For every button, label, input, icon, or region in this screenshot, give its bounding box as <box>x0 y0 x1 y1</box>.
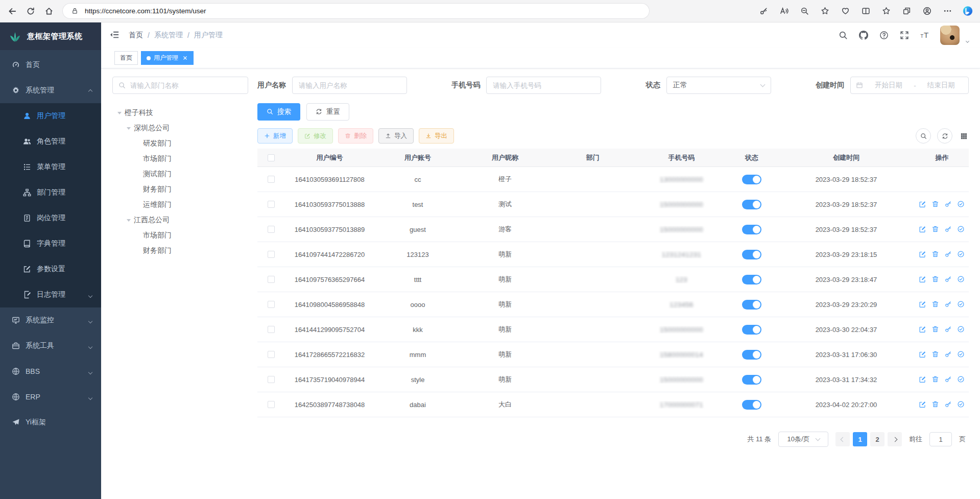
font-size-icon[interactable]: TT <box>920 31 929 40</box>
sidebar-item[interactable]: 菜单管理 <box>0 154 101 180</box>
page-number-button[interactable]: 2 <box>870 432 885 446</box>
assign-role-icon[interactable] <box>957 350 965 359</box>
column-settings-button[interactable] <box>959 131 969 141</box>
row-checkbox[interactable] <box>257 301 285 308</box>
browser-profile-icon[interactable] <box>922 6 932 16</box>
help-icon[interactable] <box>879 31 889 40</box>
tab[interactable]: 首页 <box>114 51 138 65</box>
sidebar-item[interactable]: BBS <box>0 359 101 384</box>
reset-password-icon[interactable] <box>944 350 952 359</box>
chevron-down-icon[interactable] <box>966 36 969 44</box>
sidebar-item[interactable]: 系统管理 <box>0 78 101 103</box>
sidebar-item[interactable]: 首页 <box>0 52 101 78</box>
sidebar-item[interactable]: 字典管理 <box>0 231 101 256</box>
sidebar-item[interactable]: ERP <box>0 384 101 410</box>
password-icon[interactable] <box>758 6 769 16</box>
edit-icon[interactable] <box>919 375 927 384</box>
edit-icon[interactable] <box>919 250 927 258</box>
row-checkbox[interactable] <box>257 376 285 383</box>
back-icon[interactable] <box>7 6 17 16</box>
zoom-icon[interactable] <box>799 6 809 16</box>
delete-icon[interactable] <box>931 325 940 334</box>
status-toggle[interactable] <box>742 175 761 184</box>
status-toggle[interactable] <box>742 300 761 310</box>
row-checkbox[interactable] <box>257 251 285 258</box>
reset-password-icon[interactable] <box>944 275 952 283</box>
row-checkbox[interactable] <box>257 326 285 333</box>
reset-password-icon[interactable] <box>944 325 952 334</box>
address-bar[interactable]: https://ccnetcore.com:1101/system/user <box>62 3 650 19</box>
status-toggle[interactable] <box>742 325 761 335</box>
delete-icon[interactable] <box>931 250 940 258</box>
assign-role-icon[interactable] <box>957 275 965 283</box>
status-toggle[interactable] <box>742 400 761 410</box>
toggle-search-button[interactable] <box>916 128 931 144</box>
collections-icon[interactable] <box>901 6 912 16</box>
delete-icon[interactable] <box>931 300 940 308</box>
more-icon[interactable] <box>942 6 952 16</box>
sidebar-item[interactable]: 用户管理 <box>0 103 101 129</box>
reset-password-icon[interactable] <box>944 225 952 233</box>
delete-icon[interactable] <box>931 400 940 409</box>
tab[interactable]: 用户管理 <box>141 51 194 65</box>
search-icon[interactable] <box>838 31 848 40</box>
assign-role-icon[interactable] <box>957 375 965 384</box>
refresh-icon[interactable] <box>26 6 36 16</box>
row-checkbox[interactable] <box>257 226 285 233</box>
page-number-button[interactable]: 1 <box>853 432 867 446</box>
status-toggle[interactable] <box>742 250 761 259</box>
caret-down-icon[interactable] <box>125 219 133 222</box>
row-checkbox[interactable] <box>257 351 285 358</box>
sidebar-collapse-icon[interactable] <box>109 30 121 41</box>
sidebar-item[interactable]: 部门管理 <box>0 180 101 205</box>
fullscreen-icon[interactable] <box>899 31 909 40</box>
home-icon[interactable] <box>44 6 54 16</box>
avatar[interactable] <box>940 26 960 45</box>
row-checkbox[interactable] <box>257 176 285 183</box>
reset-button[interactable]: 重置 <box>306 103 349 121</box>
caret-down-icon[interactable] <box>125 127 133 130</box>
edit-icon[interactable] <box>919 300 927 308</box>
delete-icon[interactable] <box>931 225 940 233</box>
tree-node[interactable]: 市场部门 <box>112 151 248 167</box>
delete-icon[interactable] <box>931 200 940 208</box>
refresh-table-button[interactable] <box>937 128 952 144</box>
status-select[interactable]: 正常 <box>666 77 771 94</box>
page-size-select[interactable]: 10条/页 <box>778 432 828 447</box>
github-icon[interactable] <box>858 31 868 40</box>
department-search-input[interactable] <box>130 82 242 89</box>
lock-icon[interactable] <box>69 6 80 16</box>
status-toggle[interactable] <box>742 375 761 385</box>
assign-role-icon[interactable] <box>957 325 965 334</box>
row-checkbox[interactable] <box>257 276 285 283</box>
edit-icon[interactable] <box>919 200 927 208</box>
tree-node[interactable]: 运维部门 <box>112 197 248 212</box>
tree-node[interactable]: 市场部门 <box>112 228 248 243</box>
next-page-button[interactable] <box>888 432 902 446</box>
browser-essentials-icon[interactable] <box>840 6 850 16</box>
status-toggle[interactable] <box>742 275 761 284</box>
reset-password-icon[interactable] <box>944 375 952 384</box>
sidebar-item[interactable]: 系统监控 <box>0 307 101 333</box>
goto-page-input[interactable] <box>929 432 952 446</box>
edit-icon[interactable] <box>919 275 927 283</box>
sidebar-item[interactable]: 角色管理 <box>0 129 101 154</box>
status-toggle[interactable] <box>742 225 761 234</box>
tree-node[interactable]: 橙子科技 <box>112 105 248 121</box>
select-all-checkbox[interactable] <box>257 154 285 161</box>
tree-node[interactable]: 财务部门 <box>112 243 248 258</box>
reset-password-icon[interactable] <box>944 400 952 409</box>
username-input[interactable] <box>292 77 407 94</box>
bing-icon[interactable] <box>963 6 973 16</box>
breadcrumb-item[interactable]: 首页 <box>129 31 143 40</box>
caret-down-icon[interactable] <box>115 112 124 114</box>
assign-role-icon[interactable] <box>957 250 965 258</box>
tree-node[interactable]: 测试部门 <box>112 167 248 182</box>
split-screen-icon[interactable] <box>861 6 871 16</box>
prev-page-button[interactable] <box>835 432 850 446</box>
read-aloud-icon[interactable] <box>779 6 789 16</box>
delete-icon[interactable] <box>931 375 940 384</box>
add-button[interactable]: 新增 <box>257 128 293 144</box>
reset-password-icon[interactable] <box>944 250 952 258</box>
breadcrumb-item[interactable]: 系统管理 <box>154 31 183 40</box>
